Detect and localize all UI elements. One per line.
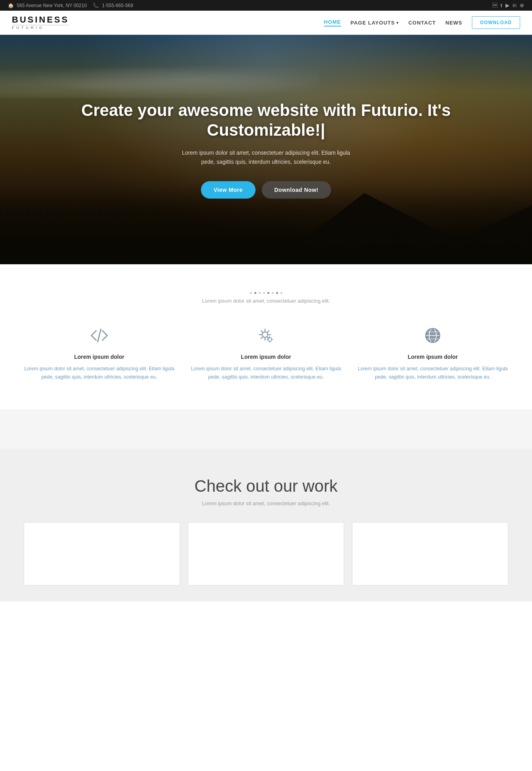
nav-home[interactable]: HOME: [324, 19, 341, 27]
dot-3: [259, 292, 261, 294]
download-button[interactable]: DOWNLOAD: [472, 16, 520, 29]
svg-point-1: [262, 332, 268, 337]
feature-desc-3: Lorem ipsum dolor sit amet, consectetuer…: [357, 365, 508, 382]
portfolio-header: Check out our work Lorem ipsum dolor sit…: [24, 477, 508, 506]
feature-title-3: Lorem ipsum dolor: [357, 354, 508, 360]
gear-icon: [191, 324, 342, 347]
dot-8: [280, 292, 282, 294]
features-section: Lorem ipsum dolor sit amet, consectetuer…: [0, 264, 532, 409]
features-tagline-text: Lorem ipsum dolor sit amet, consectetuer…: [24, 298, 508, 304]
logo-main: BUSINESS: [12, 15, 69, 24]
facebook-icon[interactable]: : [492, 2, 498, 8]
portfolio-section: Check out our work Lorem ipsum dolor sit…: [0, 449, 532, 601]
globe-icon: [357, 324, 508, 347]
features-tagline: Lorem ipsum dolor sit amet, consectetuer…: [24, 292, 508, 304]
address: 🏠 565 Avenue New York, NY 00210: [8, 3, 87, 8]
nav-news[interactable]: NEWS: [445, 20, 462, 26]
top-bar: 🏠 565 Avenue New York, NY 00210 📞 1-555-…: [0, 0, 532, 11]
portfolio-item-2[interactable]: [188, 522, 344, 585]
features-grid: Lorem ipsum dolor Lorem ipsum dolor sit …: [24, 324, 508, 382]
main-nav: HOME PAGE LAYOUTS ▾ CONTACT NEWS DOWNLOA…: [324, 16, 520, 29]
portfolio-item-3[interactable]: [352, 522, 508, 585]
chevron-down-icon: ▾: [396, 21, 399, 25]
phone-icon: 📞: [93, 3, 99, 8]
hero-buttons: View More Download Now!: [32, 181, 500, 199]
social-icons:  t ▶ in ⊕: [492, 2, 524, 8]
spacer: [0, 409, 532, 449]
portfolio-grid: [24, 522, 508, 585]
dot-4: [263, 292, 265, 294]
nav-contact[interactable]: CONTACT: [408, 20, 436, 26]
rss-icon[interactable]: ⊕: [520, 2, 524, 8]
feature-item-1: Lorem ipsum dolor Lorem ipsum dolor sit …: [24, 324, 175, 382]
logo-sub: FUTURIO: [12, 25, 69, 30]
feature-title-1: Lorem ipsum dolor: [24, 354, 175, 360]
hero-clouds: [0, 66, 319, 98]
portfolio-title: Check out our work: [24, 477, 508, 496]
header: BUSINESS FUTURIO HOME PAGE LAYOUTS ▾ CON…: [0, 11, 532, 35]
dot-6: [272, 292, 274, 294]
feature-title-2: Lorem ipsum dolor: [191, 354, 342, 360]
twitter-icon[interactable]: t: [501, 2, 502, 8]
code-icon: [24, 324, 175, 347]
dot-2: [254, 292, 256, 294]
feature-item-3: Lorem ipsum dolor Lorem ipsum dolor sit …: [357, 324, 508, 382]
hero-subtitle: Lorem ipsum dolor sit amet, consectetuer…: [175, 148, 357, 167]
top-bar-left: 🏠 565 Avenue New York, NY 00210 📞 1-555-…: [8, 3, 133, 8]
hero-title: Create your awesome website with Futurio…: [32, 100, 500, 140]
features-dots: [24, 292, 508, 294]
portfolio-item-1[interactable]: [24, 522, 180, 585]
home-icon: 🏠: [8, 3, 14, 8]
feature-desc-1: Lorem ipsum dolor sit amet, consectetuer…: [24, 365, 175, 382]
dot-5: [267, 292, 269, 294]
linkedin-icon[interactable]: in: [513, 2, 517, 8]
portfolio-subtitle: Lorem ipsum dolor sit amet, consectetuer…: [24, 500, 508, 506]
phone: 📞 1-555-665-569: [93, 3, 133, 8]
youtube-icon[interactable]: ▶: [505, 2, 509, 8]
feature-desc-2: Lorem ipsum dolor sit amet, consectetuer…: [191, 365, 342, 382]
dot-1: [250, 292, 252, 294]
view-more-button[interactable]: View More: [201, 181, 256, 199]
hero-content: Create your awesome website with Futurio…: [0, 100, 532, 199]
feature-item-2: Lorem ipsum dolor Lorem ipsum dolor sit …: [191, 324, 342, 382]
download-now-button[interactable]: Download Now!: [262, 181, 331, 199]
hero-section: Create your awesome website with Futurio…: [0, 35, 532, 264]
logo: BUSINESS FUTURIO: [12, 15, 69, 30]
nav-page-layouts[interactable]: PAGE LAYOUTS ▾: [350, 20, 399, 26]
svg-line-0: [98, 329, 101, 342]
dot-7: [276, 292, 278, 294]
